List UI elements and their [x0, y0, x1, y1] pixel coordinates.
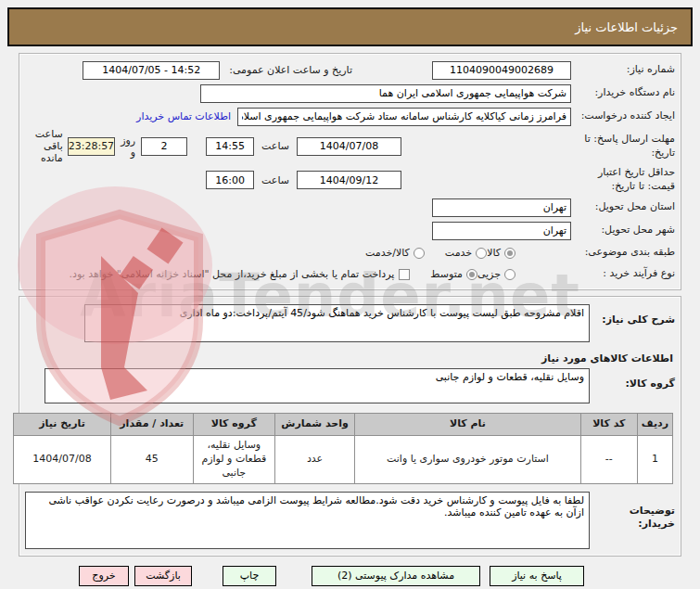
days-and-label: روز و: [121, 134, 135, 159]
announce-datetime-input[interactable]: [83, 61, 220, 80]
class-goods-radio[interactable]: [504, 248, 515, 259]
delivery-city-input[interactable]: [432, 222, 571, 240]
buyer-notes-label: توضیحات خریدار:: [590, 492, 675, 532]
cell-code: --: [580, 436, 637, 484]
process-minor-option[interactable]: جزیی: [477, 268, 515, 280]
validity-hour-label: ساعت: [261, 174, 289, 186]
cell-qty: 45: [111, 436, 193, 484]
class-both-label: کالا/خدمت: [365, 247, 410, 259]
class-service-option[interactable]: خدمت: [445, 247, 487, 259]
treasury-payment-checkbox[interactable]: [399, 269, 410, 280]
purchase-process-row: نوع فرآیند خرید : جزیی متوسط پرداخت تمام…: [25, 263, 675, 285]
need-description-groupbox: شرح کلی نیاز: اقلام مشروحه طبق لیست پیوس…: [19, 296, 681, 557]
cell-group: وسایل نقلیه، قطعات و لوازم جانبی: [193, 436, 275, 484]
deadline-hour-label: ساعت: [261, 140, 289, 152]
process-minor-label: جزیی: [477, 268, 501, 280]
print-button[interactable]: چاپ: [223, 566, 276, 586]
table-row[interactable]: 1 -- استارت موتور خودروی سواری یا وانت ع…: [14, 436, 673, 484]
col-name: نام کالا: [355, 414, 581, 436]
announce-label: تاریخ و ساعت اعلان عمومی:: [229, 64, 352, 76]
col-index: ردیف: [637, 414, 672, 436]
need-desc-label: شرح کلی نیاز:: [590, 304, 675, 327]
need-number-row: شماره نیاز: تاریخ و ساعت اعلان عمومی:: [25, 58, 675, 82]
countdown-timer: 23:28:57: [68, 137, 115, 156]
class-goods-label: کالا: [487, 247, 501, 259]
need-number-label: شماره نیاز:: [571, 63, 675, 77]
treasury-payment-option[interactable]: پرداخت تمام یا بخشی از مبلغ خرید،از محل …: [70, 268, 411, 280]
request-creator-input[interactable]: [237, 108, 571, 126]
respond-button[interactable]: پاسخ به نیاز: [490, 566, 584, 586]
buyer-contact-link[interactable]: اطلاعات تماس خریدار: [136, 110, 231, 122]
cell-need-date: 1404/07/08: [14, 436, 111, 484]
response-deadline-label: مهلت ارسال پاسخ: تا تاریخ:: [571, 133, 675, 160]
request-creator-row: ایجاد کننده درخواست: اطلاعات تماس خریدار: [25, 105, 675, 128]
action-buttons-row: پاسخ به نیاز مشاهده مدارک پیوستی (2) چاپ…: [7, 566, 693, 586]
buyer-org-input[interactable]: [200, 84, 571, 103]
delivery-province-row: استان محل تحویل:: [25, 196, 675, 219]
cell-index: 1: [637, 436, 672, 484]
goods-info-header: اطلاعات کالاهای مورد نیاز: [25, 352, 673, 365]
deadline-date-input[interactable]: [297, 137, 401, 156]
class-both-radio[interactable]: [414, 248, 425, 259]
page-title-bar: جزئیات اطلاعات نیاز: [7, 7, 693, 46]
col-code: کد کالا: [580, 414, 637, 436]
delivery-city-row: شهر محل تحویل:: [25, 219, 675, 242]
buyer-notes-row: توضیحات خریدار: لطفا به فایل پیوست و کار…: [25, 492, 675, 551]
buyer-notes-textarea[interactable]: لطفا به فایل پیوست و کارشناس خرید دقت شو…: [25, 492, 590, 549]
col-unit: واحد شمارش: [275, 414, 355, 436]
class-service-radio[interactable]: [476, 248, 487, 259]
goods-table-header-row: ردیف کد کالا نام کالا واحد شمارش گروه کا…: [14, 414, 673, 436]
need-desc-row: شرح کلی نیاز: اقلام مشروحه طبق لیست پیوس…: [25, 301, 675, 346]
col-date: تاریخ نیاز: [14, 414, 111, 436]
exit-button[interactable]: خروج: [79, 566, 129, 586]
goods-group-row: گروه کالا: وسایل نقلیه، قطعات و لوازم جا…: [25, 368, 675, 409]
need-desc-textarea[interactable]: اقلام مشروحه طبق لیست پیوست با کارشناس خ…: [84, 304, 590, 342]
delivery-province-input[interactable]: [432, 198, 571, 217]
goods-table: ردیف کد کالا نام کالا واحد شمارش گروه کا…: [13, 413, 673, 484]
back-button[interactable]: بازگشت: [134, 566, 192, 586]
need-details-page: { "title": "جزئیات اطلاعات نیاز", "water…: [0, 0, 700, 589]
request-creator-label: ایجاد کننده درخواست:: [571, 109, 675, 123]
cell-unit: عدد: [275, 436, 355, 484]
price-validity-label: حداقل تاریخ اعتبار قیمت: تا تاریخ:: [571, 166, 675, 194]
class-goods-option[interactable]: کالا: [487, 247, 515, 259]
need-number-input[interactable]: [432, 61, 571, 80]
purchase-process-label: نوع فرآیند خرید :: [571, 267, 675, 281]
buyer-org-label: نام دستگاه خریدار:: [571, 86, 675, 100]
buyer-org-row: نام دستگاه خریدار:: [25, 82, 675, 105]
col-qty: تعداد / مقدار: [111, 414, 193, 436]
process-medium-label: متوسط: [430, 268, 463, 280]
class-both-option[interactable]: کالا/خدمت: [365, 247, 425, 259]
class-service-label: خدمت: [445, 247, 472, 259]
process-medium-option[interactable]: متوسط: [430, 268, 477, 280]
validity-time-input[interactable]: [206, 171, 254, 189]
page-title: جزئیات اطلاعات نیاز: [575, 20, 678, 34]
subject-classification-label: طبقه بندی موضوعی:: [571, 246, 675, 260]
subject-classification-row: طبقه بندی موضوعی: کالا خدمت کالا/خدمت: [25, 242, 675, 263]
general-info-groupbox: شماره نیاز: تاریخ و ساعت اعلان عمومی: نا…: [19, 53, 681, 290]
delivery-province-label: استان محل تحویل:: [571, 200, 675, 214]
goods-group-textarea[interactable]: وسایل نقلیه، قطعات و لوازم جانبی: [45, 368, 590, 403]
col-group: گروه کالا: [193, 414, 275, 436]
price-validity-row: حداقل تاریخ اعتبار قیمت: تا تاریخ: ساعت: [25, 164, 675, 196]
hours-remaining-label: ساعت باقی مانده: [25, 128, 63, 164]
deadline-time-input[interactable]: [206, 137, 254, 156]
delivery-city-label: شهر محل تحویل:: [571, 224, 675, 237]
process-minor-radio[interactable]: [504, 269, 515, 280]
days-remaining-input[interactable]: [141, 137, 187, 156]
process-medium-radio[interactable]: [466, 269, 477, 280]
view-attached-docs-button[interactable]: مشاهده مدارک پیوستی (2): [312, 566, 480, 586]
response-deadline-row: مهلت ارسال پاسخ: تا تاریخ: ساعت روز و 23…: [25, 128, 675, 164]
validity-date-input[interactable]: [297, 171, 401, 189]
treasury-payment-label: پرداخت تمام یا بخشی از مبلغ خرید،از محل …: [70, 268, 395, 280]
goods-group-label: گروه کالا:: [590, 368, 675, 391]
cell-name: استارت موتور خودروی سواری یا وانت: [355, 436, 581, 484]
